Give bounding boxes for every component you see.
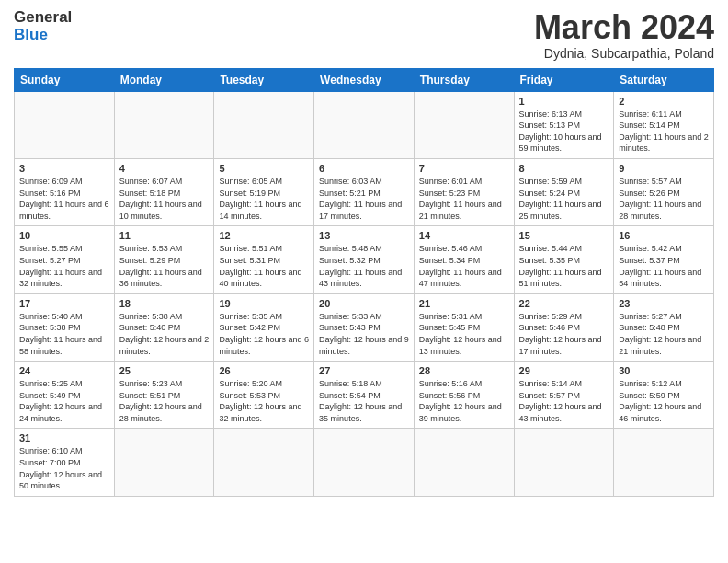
day-info: Sunrise: 5:33 AM Sunset: 5:43 PM Dayligh… (319, 311, 409, 357)
day-info: Sunrise: 6:11 AM Sunset: 5:14 PM Dayligh… (619, 109, 709, 155)
day-number: 17 (19, 298, 109, 309)
header-wednesday: Wednesday (314, 68, 415, 91)
day-number: 3 (19, 163, 109, 174)
day-number: 11 (119, 230, 210, 241)
calendar-cell: 24Sunrise: 5:25 AM Sunset: 5:49 PM Dayli… (15, 362, 115, 429)
day-number: 16 (619, 230, 709, 241)
calendar-cell: 30Sunrise: 5:12 AM Sunset: 5:59 PM Dayli… (614, 362, 714, 429)
day-info: Sunrise: 5:51 AM Sunset: 5:31 PM Dayligh… (219, 243, 309, 289)
day-number: 26 (219, 365, 309, 376)
day-info: Sunrise: 5:42 AM Sunset: 5:37 PM Dayligh… (619, 243, 709, 289)
calendar-week-row: 17Sunrise: 5:40 AM Sunset: 5:38 PM Dayli… (15, 293, 714, 361)
calendar-cell: 14Sunrise: 5:46 AM Sunset: 5:34 PM Dayli… (414, 226, 514, 293)
day-info: Sunrise: 6:05 AM Sunset: 5:19 PM Dayligh… (219, 176, 309, 222)
calendar-cell: 1Sunrise: 6:13 AM Sunset: 5:13 PM Daylig… (514, 91, 614, 158)
day-number: 12 (219, 230, 309, 241)
calendar-cell (514, 429, 614, 496)
month-title: March 2024 (534, 9, 714, 46)
day-number: 4 (119, 163, 210, 174)
day-number: 27 (319, 365, 409, 376)
day-info: Sunrise: 5:57 AM Sunset: 5:26 PM Dayligh… (619, 176, 709, 222)
calendar-cell: 5Sunrise: 6:05 AM Sunset: 5:19 PM Daylig… (214, 158, 314, 225)
day-info: Sunrise: 5:27 AM Sunset: 5:48 PM Dayligh… (619, 311, 709, 357)
day-info: Sunrise: 5:23 AM Sunset: 5:51 PM Dayligh… (119, 378, 210, 424)
logo-blue-text: Blue (14, 27, 72, 44)
calendar-cell: 6Sunrise: 6:03 AM Sunset: 5:21 PM Daylig… (314, 158, 415, 225)
day-info: Sunrise: 5:31 AM Sunset: 5:45 PM Dayligh… (419, 311, 509, 357)
day-number: 15 (519, 230, 609, 241)
calendar-cell: 19Sunrise: 5:35 AM Sunset: 5:42 PM Dayli… (214, 293, 314, 361)
day-info: Sunrise: 5:46 AM Sunset: 5:34 PM Dayligh… (419, 243, 509, 289)
calendar-cell: 20Sunrise: 5:33 AM Sunset: 5:43 PM Dayli… (314, 293, 415, 361)
calendar-week-row: 24Sunrise: 5:25 AM Sunset: 5:49 PM Dayli… (15, 362, 714, 429)
subtitle: Dydnia, Subcarpathia, Poland (534, 46, 714, 61)
day-info: Sunrise: 6:01 AM Sunset: 5:23 PM Dayligh… (419, 176, 509, 222)
day-info: Sunrise: 5:55 AM Sunset: 5:27 PM Dayligh… (19, 243, 109, 289)
day-info: Sunrise: 5:12 AM Sunset: 5:59 PM Dayligh… (619, 378, 709, 424)
day-number: 21 (419, 298, 509, 309)
day-info: Sunrise: 5:40 AM Sunset: 5:38 PM Dayligh… (19, 311, 109, 357)
calendar-cell (314, 91, 415, 158)
logo: General Blue (14, 9, 72, 43)
calendar: SundayMondayTuesdayWednesdayThursdayFrid… (14, 68, 714, 497)
header: General Blue March 2024 Dydnia, Subcarpa… (14, 9, 714, 61)
day-number: 18 (119, 298, 210, 309)
header-saturday: Saturday (614, 68, 714, 91)
day-info: Sunrise: 5:48 AM Sunset: 5:32 PM Dayligh… (319, 243, 409, 289)
calendar-cell (114, 429, 214, 496)
calendar-week-row: 3Sunrise: 6:09 AM Sunset: 5:16 PM Daylig… (15, 158, 714, 225)
calendar-cell: 11Sunrise: 5:53 AM Sunset: 5:29 PM Dayli… (114, 226, 214, 293)
calendar-cell: 4Sunrise: 6:07 AM Sunset: 5:18 PM Daylig… (114, 158, 214, 225)
day-number: 10 (19, 230, 109, 241)
day-number: 30 (619, 365, 709, 376)
day-number: 2 (619, 96, 709, 107)
day-number: 23 (619, 298, 709, 309)
day-info: Sunrise: 5:14 AM Sunset: 5:57 PM Dayligh… (519, 378, 609, 424)
day-number: 5 (219, 163, 309, 174)
header-monday: Monday (114, 68, 214, 91)
day-info: Sunrise: 6:09 AM Sunset: 5:16 PM Dayligh… (19, 176, 109, 222)
calendar-cell: 25Sunrise: 5:23 AM Sunset: 5:51 PM Dayli… (114, 362, 214, 429)
calendar-cell: 2Sunrise: 6:11 AM Sunset: 5:14 PM Daylig… (614, 91, 714, 158)
calendar-cell (214, 91, 314, 158)
day-number: 31 (19, 432, 109, 443)
day-number: 25 (119, 365, 210, 376)
day-info: Sunrise: 5:44 AM Sunset: 5:35 PM Dayligh… (519, 243, 609, 289)
calendar-cell: 13Sunrise: 5:48 AM Sunset: 5:32 PM Dayli… (314, 226, 415, 293)
title-area: March 2024 Dydnia, Subcarpathia, Poland (534, 9, 714, 61)
day-info: Sunrise: 6:13 AM Sunset: 5:13 PM Dayligh… (519, 109, 609, 155)
logo-general-text: General (14, 9, 72, 27)
header-tuesday: Tuesday (214, 68, 314, 91)
calendar-cell (614, 429, 714, 496)
calendar-cell: 12Sunrise: 5:51 AM Sunset: 5:31 PM Dayli… (214, 226, 314, 293)
calendar-cell (314, 429, 415, 496)
day-number: 7 (419, 163, 509, 174)
calendar-cell (15, 91, 115, 158)
day-info: Sunrise: 6:07 AM Sunset: 5:18 PM Dayligh… (119, 176, 210, 222)
calendar-cell: 23Sunrise: 5:27 AM Sunset: 5:48 PM Dayli… (614, 293, 714, 361)
day-info: Sunrise: 5:35 AM Sunset: 5:42 PM Dayligh… (219, 311, 309, 357)
day-info: Sunrise: 5:59 AM Sunset: 5:24 PM Dayligh… (519, 176, 609, 222)
day-number: 22 (519, 298, 609, 309)
calendar-header-row: SundayMondayTuesdayWednesdayThursdayFrid… (15, 68, 714, 91)
calendar-cell (414, 91, 514, 158)
day-info: Sunrise: 5:25 AM Sunset: 5:49 PM Dayligh… (19, 378, 109, 424)
day-info: Sunrise: 5:29 AM Sunset: 5:46 PM Dayligh… (519, 311, 609, 357)
header-friday: Friday (514, 68, 614, 91)
day-number: 19 (219, 298, 309, 309)
day-number: 29 (519, 365, 609, 376)
day-info: Sunrise: 6:10 AM Sunset: 7:00 PM Dayligh… (19, 445, 109, 491)
calendar-cell: 3Sunrise: 6:09 AM Sunset: 5:16 PM Daylig… (15, 158, 115, 225)
calendar-cell: 28Sunrise: 5:16 AM Sunset: 5:56 PM Dayli… (414, 362, 514, 429)
day-number: 8 (519, 163, 609, 174)
day-number: 13 (319, 230, 409, 241)
calendar-week-row: 1Sunrise: 6:13 AM Sunset: 5:13 PM Daylig… (15, 91, 714, 158)
day-number: 1 (519, 96, 609, 107)
calendar-cell: 10Sunrise: 5:55 AM Sunset: 5:27 PM Dayli… (15, 226, 115, 293)
calendar-cell (214, 429, 314, 496)
calendar-cell (114, 91, 214, 158)
calendar-cell: 21Sunrise: 5:31 AM Sunset: 5:45 PM Dayli… (414, 293, 514, 361)
day-info: Sunrise: 5:16 AM Sunset: 5:56 PM Dayligh… (419, 378, 509, 424)
day-number: 14 (419, 230, 509, 241)
day-number: 6 (319, 163, 409, 174)
